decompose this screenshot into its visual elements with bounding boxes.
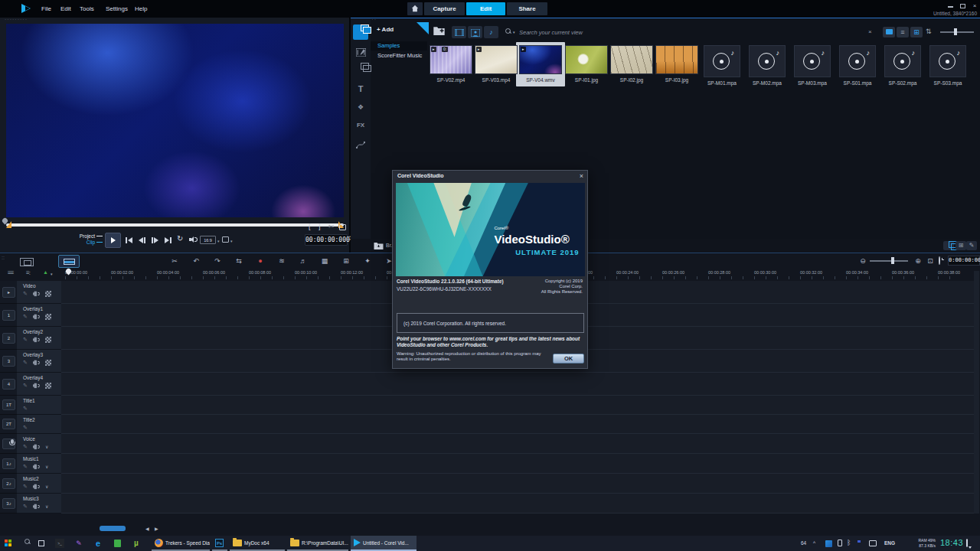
taskbar-clock[interactable]: 18:43 [940,538,963,547]
track-mute-icon[interactable] [33,360,38,365]
home-button[interactable] [407,2,423,15]
list-item[interactable]: ♪ SP-M01.mpa [701,45,743,86]
grid-view-button[interactable]: ⊞ [910,27,923,37]
overlay-track-lane[interactable] [61,373,974,396]
enlarge-caret-icon[interactable]: ▾ [230,239,233,243]
list-item[interactable]: ♪ SP-S01.mpa [836,45,879,86]
track-mute-icon[interactable] [33,464,38,469]
scroll-right-icon[interactable]: ▶ [155,526,158,531]
track-mute-icon[interactable] [33,291,38,296]
thumbnail-size-slider-thumb[interactable] [954,28,957,35]
repeat-button[interactable]: ↻ [177,234,183,243]
timeline-zoom-slider-thumb[interactable] [891,257,894,264]
music-track-lane[interactable] [61,494,974,514]
fade-icon[interactable]: ∨ [45,464,48,469]
timeline-zoom-out-button[interactable]: ⊖ [858,257,868,265]
menu-help[interactable]: Help [135,5,147,12]
fade-icon[interactable]: ∨ [45,484,48,489]
task-view-button[interactable] [37,539,46,548]
list-item[interactable]: ♪ SP-S02.mpa [881,45,924,86]
taskbar-window-videostudio[interactable]: Untitled - Corel Vid... [351,536,416,551]
search-caret-icon[interactable]: ▾ [513,30,515,34]
ripple-edit-icon[interactable]: ✎ [23,383,28,389]
ripple-edit-icon[interactable]: ✎ [23,464,28,470]
enlarge-selector-icon[interactable] [222,236,229,243]
track-mute-icon[interactable] [33,444,38,449]
window-restore-button[interactable] [960,4,965,8]
instant-project-button[interactable]: ▦ [319,257,330,265]
dialog-close-icon[interactable]: × [580,172,583,180]
aspect-ratio-selector[interactable]: 16:9 [200,236,216,244]
trim-start-handle[interactable] [6,221,11,228]
audio-thumbnail[interactable]: ♪ [704,45,740,77]
sort-button[interactable]: ⇅ [926,28,932,35]
folder-samples[interactable]: Samples [371,41,427,51]
split-screen-button[interactable]: ⊞ [341,257,351,265]
list-item[interactable]: SP-I03.jpg [655,45,698,83]
audio-thumbnail[interactable]: ♪ [794,45,831,77]
next-frame-button[interactable] [152,235,158,246]
menu-tools[interactable]: Tools [80,5,94,12]
track-transparency-icon[interactable] [45,291,51,297]
terminal-app-icon[interactable]: >_ [55,539,64,548]
overlay-track-icon[interactable]: 3 [2,356,15,367]
track-manager-button[interactable]: ≡≡ [8,269,13,276]
taskbar-search-button[interactable] [20,539,29,548]
timeline-zoom-in-button[interactable]: ⊕ [913,257,923,265]
language-indicator[interactable]: ENG [884,540,895,546]
search-clear-icon[interactable]: × [868,28,872,35]
ripple-edit-icon[interactable]: ✎ [23,314,28,320]
taskbar-window-firefox[interactable]: Trekers - Speed Dial... [152,536,210,551]
ripple-edit-icon[interactable]: ✎ [23,425,28,431]
audio-thumbnail[interactable]: ♪ [884,45,921,77]
menu-file[interactable]: File [41,5,51,12]
photo-thumbnail[interactable] [655,45,698,74]
list-item[interactable]: ▸ SP-V03.mp4 [475,45,518,83]
trim-button[interactable]: ⇆ [234,257,244,265]
audio-thumbnail[interactable]: ♪ [749,45,786,77]
phone-tray-icon[interactable] [838,540,842,546]
filter-photos-button[interactable] [468,26,482,38]
track-mute-icon[interactable] [33,504,38,509]
thumbnail-size-slider[interactable] [940,31,974,33]
aspect-caret-icon[interactable]: ▾ [217,239,220,243]
ime-keyboard-icon[interactable] [869,540,877,546]
music-track-icon[interactable]: 1♪ [2,458,15,469]
list-item[interactable]: SP-I02.jpg [610,45,653,83]
ripple-edit-icon[interactable]: ✎ [23,291,28,297]
list-item[interactable]: ♪ SP-M02.mpa [746,45,789,86]
previous-frame-button[interactable] [139,235,145,246]
record-capture-button[interactable]: ● [255,257,266,265]
video-thumbnail[interactable]: ▸ [475,45,518,74]
preview-timecode[interactable]: 00:00:00:000 [305,234,348,246]
track-transparency-icon[interactable] [45,383,51,389]
tab-capture[interactable]: Capture [424,2,465,15]
timeline-view-button[interactable] [58,255,80,268]
track-layout-button[interactable]: ≡: [26,269,30,276]
audio-thumbnail[interactable]: ♪ [839,45,876,77]
add-folder-button[interactable]: + Add [377,26,394,33]
edit-panel-button[interactable]: ✎ [966,241,977,250]
start-button[interactable] [5,540,12,547]
filter-tab[interactable]: FX [353,118,368,133]
motion-path-tab[interactable] [353,136,368,152]
browse-icon[interactable] [374,242,384,249]
notification-center-icon[interactable] [966,539,968,547]
overlay-track-icon[interactable]: 2 [2,333,15,344]
auto-music-button[interactable]: ♬ [298,257,309,265]
project-mode-label[interactable]: Project [74,233,103,240]
library-panel-toggle-button[interactable] [943,241,954,250]
options-panel-button[interactable]: ⊞ [956,241,966,250]
menu-settings[interactable]: Settings [106,5,128,12]
list-item[interactable]: ♪ SP-M03.mpa [791,45,834,86]
track-mute-icon[interactable] [33,383,38,388]
tray-expand-icon[interactable]: ^ [813,540,815,546]
title-track-lane[interactable] [61,415,974,434]
timeline-vertical-scrollbar[interactable] [974,271,979,514]
track-mute-icon[interactable] [33,314,38,319]
track-transparency-icon[interactable] [45,360,51,366]
ok-button[interactable]: OK [553,354,584,364]
video-thumbnail[interactable]: ▸ [519,45,562,74]
track-mute-icon[interactable] [33,484,38,489]
list-item[interactable]: ♪ SP-S03.mpa [926,45,969,86]
